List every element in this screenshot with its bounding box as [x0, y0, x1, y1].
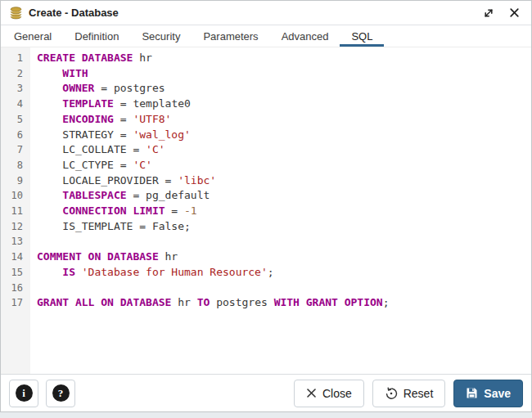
sql-help-button[interactable]: i — [9, 380, 38, 407]
code-line: 5 ENCODING = 'UTF8' — [1, 112, 531, 128]
close-dialog-icon[interactable] — [507, 6, 521, 20]
dialog-tabbar: General Definition Security Parameters A… — [1, 25, 531, 47]
dialog-title: Create - Database — [29, 7, 119, 19]
tab-parameters[interactable]: Parameters — [192, 25, 269, 47]
tab-advanced[interactable]: Advanced — [270, 25, 340, 47]
code-line: 9 LOCALE_PROVIDER = 'libc' — [1, 173, 531, 189]
sql-editor[interactable]: 1CREATE DATABASE hr2 WITH3 OWNER = postg… — [1, 47, 531, 374]
code-line: 15 IS 'Database for Human Resource'; — [1, 265, 531, 281]
code-line: 11 CONNECTION LIMIT = -1 — [1, 204, 531, 219]
line-number: 1 — [1, 51, 30, 66]
tab-security[interactable]: Security — [130, 25, 192, 47]
line-number: 4 — [1, 97, 30, 112]
reset-button-label: Reset — [404, 387, 434, 400]
line-number: 7 — [1, 142, 30, 158]
database-icon — [9, 7, 23, 20]
code-line: 10 TABLESPACE = pg_default — [1, 188, 531, 204]
code-line: 4 TEMPLATE = template0 — [1, 97, 531, 112]
line-number: 12 — [1, 219, 30, 235]
code-line: 7 LC_COLLATE = 'C' — [1, 142, 531, 158]
dialog-header: Create - Database — [1, 1, 531, 25]
reset-icon — [385, 387, 398, 400]
line-number: 9 — [1, 173, 30, 189]
tab-general[interactable]: General — [2, 25, 63, 47]
reset-button[interactable]: Reset — [372, 380, 446, 407]
create-database-dialog: Create - Database General Definition Sec… — [0, 0, 532, 412]
dialog-help-button[interactable]: ? — [46, 380, 75, 407]
code-line: 14COMMENT ON DATABASE hr — [1, 249, 531, 265]
save-button-label: Save — [484, 387, 511, 400]
dialog-bottom-edge — [0, 412, 532, 418]
save-button[interactable]: Save — [453, 380, 523, 407]
save-icon — [466, 387, 478, 399]
tab-sql[interactable]: SQL — [340, 25, 384, 47]
code-line: 12 IS_TEMPLATE = False; — [1, 219, 531, 235]
line-number: 15 — [1, 265, 30, 281]
line-number: 2 — [1, 66, 30, 82]
line-number: 13 — [1, 234, 30, 249]
code-line: 17GRANT ALL ON DATABASE hr TO postgres W… — [1, 295, 531, 311]
line-number: 8 — [1, 158, 30, 173]
sql-code-lines: 1CREATE DATABASE hr2 WITH3 OWNER = postg… — [1, 51, 531, 311]
code-line: 6 STRATEGY = 'wal_log' — [1, 128, 531, 143]
line-number: 11 — [1, 204, 30, 219]
dialog-footer: i ? Close Reset — [1, 374, 531, 411]
line-number: 3 — [1, 81, 30, 97]
line-number: 6 — [1, 128, 30, 143]
expand-dialog-icon[interactable] — [481, 6, 496, 20]
code-line: 2 WITH — [1, 66, 531, 82]
code-line: 1CREATE DATABASE hr — [1, 51, 531, 66]
line-number: 16 — [1, 281, 30, 296]
question-icon: ? — [52, 384, 70, 402]
close-button-label: Close — [322, 387, 352, 400]
line-number: 17 — [1, 295, 30, 311]
code-line: 3 OWNER = postgres — [1, 81, 531, 97]
close-x-icon — [306, 388, 317, 398]
tab-definition[interactable]: Definition — [63, 25, 130, 47]
code-line: 16 — [1, 281, 531, 296]
code-line: 8 LC_CTYPE = 'C' — [1, 158, 531, 173]
close-button[interactable]: Close — [294, 380, 364, 407]
line-number: 5 — [1, 112, 30, 128]
code-line: 13 — [1, 234, 531, 249]
line-number: 14 — [1, 249, 30, 265]
line-number: 10 — [1, 188, 30, 204]
info-icon: i — [16, 384, 33, 402]
